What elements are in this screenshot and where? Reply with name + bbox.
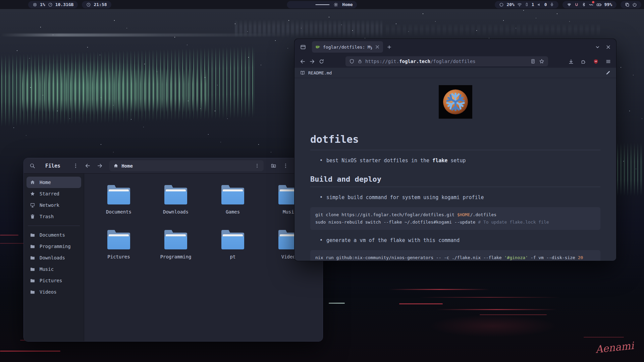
- sidebar-item-music[interactable]: Music: [26, 263, 81, 275]
- menu-button[interactable]: [603, 57, 613, 66]
- clock-pill: 21:58: [82, 1, 111, 8]
- extensions-button[interactable]: [579, 57, 588, 66]
- folder-programming[interactable]: Programming: [154, 230, 198, 259]
- sidebar-item-label: Trash: [40, 214, 54, 219]
- artist-signature: Aenami: [595, 340, 635, 355]
- list-item: best NixOS starter dotfiles in the flake…: [310, 158, 600, 164]
- clipboard-icon[interactable]: [625, 2, 630, 7]
- files-grid: Documents Downloads Games: [90, 185, 323, 259]
- forward-button[interactable]: [307, 57, 317, 66]
- path-menu-icon[interactable]: [255, 163, 260, 168]
- readme-header: README.md: [294, 68, 616, 78]
- wifi-icon[interactable]: [517, 2, 522, 7]
- browser-navbar: https://git.foglar.tech/foglar/dotfiles: [294, 55, 616, 68]
- files-forward-button[interactable]: [95, 161, 105, 171]
- battery-value: 99%: [604, 2, 612, 7]
- folder-documents[interactable]: Documents: [97, 185, 141, 215]
- bluetooth-icon[interactable]: [582, 2, 586, 7]
- microphone-icon[interactable]: [550, 2, 554, 7]
- files-view-toggle-button[interactable]: [268, 161, 278, 171]
- reader-mode-icon[interactable]: [530, 59, 536, 64]
- folder-pt[interactable]: pt: [211, 230, 255, 259]
- sidebar-item-home[interactable]: Home: [26, 177, 81, 188]
- window-close-button[interactable]: [603, 42, 613, 52]
- firefox-view-button[interactable]: [298, 42, 308, 52]
- brightness-value: 20%: [506, 2, 514, 7]
- red-streak: [0, 351, 60, 352]
- new-tab-button[interactable]: [384, 42, 394, 52]
- browser-tab[interactable]: foglar/dotfiles: My: [312, 41, 383, 53]
- notification-wave-icon[interactable]: [589, 2, 594, 7]
- red-streak: [0, 235, 18, 236]
- sidebar-item-pictures[interactable]: Pictures: [26, 275, 81, 286]
- code-block: git clone https://git.foglar.tech/foglar…: [310, 207, 600, 230]
- cpu-icon: [33, 2, 37, 7]
- folder-icon: [30, 266, 35, 272]
- folder-label: Programming: [160, 254, 192, 259]
- sidebar-item-downloads[interactable]: Downloads: [26, 252, 81, 263]
- power-icon[interactable]: [632, 2, 637, 7]
- files-menu-button[interactable]: [70, 161, 80, 171]
- folder-games[interactable]: Games: [211, 185, 255, 215]
- sidebar-item-starred[interactable]: Starred: [26, 188, 81, 199]
- downloads-button[interactable]: [566, 57, 576, 66]
- bookmark-star-icon[interactable]: [539, 59, 544, 64]
- network-tray-icon[interactable]: [567, 2, 572, 7]
- section-heading: Build and deploy: [310, 175, 600, 187]
- folder-downloads[interactable]: Downloads: [154, 185, 198, 215]
- files-back-button[interactable]: [83, 161, 93, 171]
- readme-filename: README.md: [308, 70, 332, 75]
- files-search-button[interactable]: [27, 161, 37, 171]
- gitea-favicon: [315, 44, 320, 50]
- sidebar-item-documents[interactable]: Documents: [26, 229, 81, 241]
- red-glow: [402, 310, 584, 342]
- files-headerbar: Files Home: [24, 158, 323, 174]
- hardware-pill: 20% 1 0: [495, 1, 558, 8]
- sidebar-item-label: Documents: [40, 232, 65, 238]
- folder-icon: [30, 255, 35, 260]
- folder-icon: [107, 185, 130, 204]
- folder-label: Documents: [106, 209, 131, 215]
- sidebar-item-label: Home: [40, 180, 51, 185]
- sidebar-item-icon: [30, 214, 35, 219]
- cpu-usage: 1%: [40, 2, 45, 7]
- sidebar-item-label: Network: [40, 202, 59, 208]
- url-text: https://git.foglar.tech/foglar/dotfiles: [365, 59, 527, 64]
- folder-label: Games: [226, 209, 240, 215]
- files-app-title: Files: [45, 163, 60, 169]
- ublock-icon[interactable]: [591, 57, 600, 66]
- files-pathbar[interactable]: Home: [109, 160, 264, 171]
- files-sidebar: Home Starred Network Trash Documents: [24, 174, 84, 342]
- files-window: Files Home Home Starred: [23, 158, 323, 342]
- battery-icon: [596, 2, 602, 7]
- tracking-shield-icon[interactable]: [349, 59, 355, 64]
- folder-icon: [221, 185, 244, 204]
- workspace-5[interactable]: [315, 4, 329, 5]
- tray-pill: 99%: [562, 1, 616, 8]
- reload-button[interactable]: [317, 57, 326, 66]
- red-streak: [399, 303, 443, 304]
- list-item: generate a vm of the flake with this com…: [310, 237, 600, 243]
- status-bar: 1% 10.31GB 21:58 Home 20% 1: [0, 0, 644, 9]
- sidebar-item-videos[interactable]: Videos: [26, 286, 81, 298]
- sidebar-item-network[interactable]: Network: [26, 199, 81, 211]
- tab-overflow-button[interactable]: [593, 42, 602, 52]
- back-button[interactable]: [298, 57, 307, 66]
- red-streak: [419, 297, 560, 298]
- folder-pictures[interactable]: Pictures: [97, 230, 141, 259]
- tray-app-icon-uc[interactable]: [574, 2, 579, 7]
- wallpaper-glitch: [386, 23, 600, 37]
- url-bar[interactable]: https://git.foglar.tech/foglar/dotfiles: [345, 56, 548, 66]
- files-sort-menu-button[interactable]: [280, 161, 290, 171]
- sidebar-item-trash[interactable]: Trash: [26, 211, 81, 222]
- speaker-icon[interactable]: [537, 2, 542, 7]
- code-block: nix run github:nix-community/nixos-gener…: [310, 250, 600, 261]
- sidebar-item-programming[interactable]: Programming: [26, 241, 81, 252]
- book-icon: [300, 70, 305, 75]
- tab-close-icon[interactable]: [375, 44, 380, 50]
- system-stats-pill: 1% 10.31GB: [28, 1, 78, 8]
- edit-pencil-icon[interactable]: [605, 70, 611, 75]
- files-current-path: Home: [121, 163, 133, 169]
- nixos-logo: [439, 85, 472, 119]
- sidebar-item-label: Programming: [40, 244, 71, 249]
